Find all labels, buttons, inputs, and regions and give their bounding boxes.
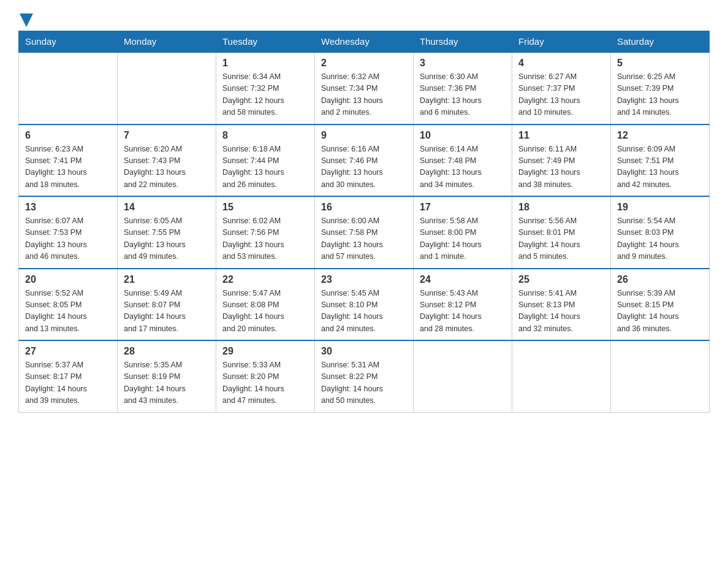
day-info: Sunrise: 5:54 AM Sunset: 8:03 PM Dayligh…: [617, 215, 703, 263]
day-number: 19: [617, 202, 703, 213]
calendar-cell: [19, 52, 118, 124]
calendar-week-row: 13Sunrise: 6:07 AM Sunset: 7:53 PM Dayli…: [19, 196, 710, 269]
calendar-cell: 24Sunrise: 5:43 AM Sunset: 8:12 PM Dayli…: [414, 269, 512, 341]
day-number: 29: [222, 346, 308, 357]
day-info: Sunrise: 5:58 AM Sunset: 8:00 PM Dayligh…: [420, 215, 506, 263]
day-info: Sunrise: 5:31 AM Sunset: 8:22 PM Dayligh…: [321, 359, 407, 407]
weekday-header-row: SundayMondayTuesdayWednesdayThursdayFrid…: [19, 31, 710, 53]
logo: [18, 12, 33, 25]
weekday-header-thursday: Thursday: [414, 31, 512, 53]
calendar-cell: [512, 340, 611, 412]
calendar-cell: 13Sunrise: 6:07 AM Sunset: 7:53 PM Dayli…: [19, 196, 118, 269]
calendar-week-row: 20Sunrise: 5:52 AM Sunset: 8:05 PM Dayli…: [19, 269, 710, 341]
day-number: 4: [518, 58, 604, 69]
day-info: Sunrise: 5:56 AM Sunset: 8:01 PM Dayligh…: [518, 215, 604, 263]
calendar-cell: 10Sunrise: 6:14 AM Sunset: 7:48 PM Dayli…: [414, 124, 512, 197]
calendar-cell: 21Sunrise: 5:49 AM Sunset: 8:07 PM Dayli…: [118, 269, 216, 341]
day-number: 20: [25, 274, 111, 285]
day-number: 2: [321, 58, 407, 69]
day-info: Sunrise: 6:32 AM Sunset: 7:34 PM Dayligh…: [321, 71, 407, 119]
day-info: Sunrise: 5:41 AM Sunset: 8:13 PM Dayligh…: [518, 288, 604, 335]
day-number: 27: [25, 346, 111, 357]
day-info: Sunrise: 6:23 AM Sunset: 7:41 PM Dayligh…: [25, 144, 111, 191]
day-info: Sunrise: 5:49 AM Sunset: 8:07 PM Dayligh…: [124, 288, 210, 335]
day-info: Sunrise: 6:34 AM Sunset: 7:32 PM Dayligh…: [222, 71, 308, 119]
day-info: Sunrise: 5:45 AM Sunset: 8:10 PM Dayligh…: [321, 288, 407, 335]
day-number: 28: [124, 346, 210, 357]
day-info: Sunrise: 6:05 AM Sunset: 7:55 PM Dayligh…: [124, 215, 210, 263]
day-number: 22: [222, 274, 308, 285]
day-info: Sunrise: 6:11 AM Sunset: 7:49 PM Dayligh…: [518, 144, 604, 191]
calendar-cell: [414, 340, 512, 412]
day-info: Sunrise: 6:07 AM Sunset: 7:53 PM Dayligh…: [25, 215, 111, 263]
calendar-cell: 15Sunrise: 6:02 AM Sunset: 7:56 PM Dayli…: [216, 196, 315, 269]
calendar-cell: 26Sunrise: 5:39 AM Sunset: 8:15 PM Dayli…: [611, 269, 710, 341]
calendar-cell: 16Sunrise: 6:00 AM Sunset: 7:58 PM Dayli…: [315, 196, 414, 269]
calendar-cell: 2Sunrise: 6:32 AM Sunset: 7:34 PM Daylig…: [315, 52, 414, 124]
day-info: Sunrise: 5:52 AM Sunset: 8:05 PM Dayligh…: [25, 288, 111, 335]
weekday-header-monday: Monday: [118, 31, 216, 53]
day-info: Sunrise: 5:37 AM Sunset: 8:17 PM Dayligh…: [25, 359, 111, 407]
calendar-cell: 5Sunrise: 6:25 AM Sunset: 7:39 PM Daylig…: [611, 52, 710, 124]
calendar-cell: 1Sunrise: 6:34 AM Sunset: 7:32 PM Daylig…: [216, 52, 315, 124]
calendar-cell: 30Sunrise: 5:31 AM Sunset: 8:22 PM Dayli…: [315, 340, 414, 412]
day-info: Sunrise: 6:30 AM Sunset: 7:36 PM Dayligh…: [420, 71, 506, 119]
day-number: 5: [617, 58, 703, 69]
day-number: 16: [321, 202, 407, 213]
day-info: Sunrise: 6:20 AM Sunset: 7:43 PM Dayligh…: [124, 144, 210, 191]
calendar-cell: 17Sunrise: 5:58 AM Sunset: 8:00 PM Dayli…: [414, 196, 512, 269]
calendar-table: SundayMondayTuesdayWednesdayThursdayFrid…: [18, 31, 710, 413]
day-number: 11: [518, 130, 604, 141]
day-number: 25: [518, 274, 604, 285]
day-info: Sunrise: 5:47 AM Sunset: 8:08 PM Dayligh…: [222, 288, 308, 335]
weekday-header-friday: Friday: [512, 31, 611, 53]
calendar-cell: 3Sunrise: 6:30 AM Sunset: 7:36 PM Daylig…: [414, 52, 512, 124]
day-info: Sunrise: 6:00 AM Sunset: 7:58 PM Dayligh…: [321, 215, 407, 263]
calendar-cell: 29Sunrise: 5:33 AM Sunset: 8:20 PM Dayli…: [216, 340, 315, 412]
day-number: 6: [25, 130, 111, 141]
day-number: 21: [124, 274, 210, 285]
day-number: 7: [124, 130, 210, 141]
calendar-cell: 12Sunrise: 6:09 AM Sunset: 7:51 PM Dayli…: [611, 124, 710, 197]
day-number: 23: [321, 274, 407, 285]
day-info: Sunrise: 6:18 AM Sunset: 7:44 PM Dayligh…: [222, 144, 308, 191]
weekday-header-tuesday: Tuesday: [216, 31, 315, 53]
calendar-cell: 8Sunrise: 6:18 AM Sunset: 7:44 PM Daylig…: [216, 124, 315, 197]
day-info: Sunrise: 5:35 AM Sunset: 8:19 PM Dayligh…: [124, 359, 210, 407]
weekday-header-saturday: Saturday: [611, 31, 710, 53]
day-info: Sunrise: 5:43 AM Sunset: 8:12 PM Dayligh…: [420, 288, 506, 335]
calendar-cell: 20Sunrise: 5:52 AM Sunset: 8:05 PM Dayli…: [19, 269, 118, 341]
calendar-week-row: 27Sunrise: 5:37 AM Sunset: 8:17 PM Dayli…: [19, 340, 710, 412]
svg-marker-0: [20, 13, 33, 27]
day-number: 14: [124, 202, 210, 213]
calendar-week-row: 6Sunrise: 6:23 AM Sunset: 7:41 PM Daylig…: [19, 124, 710, 197]
day-info: Sunrise: 5:33 AM Sunset: 8:20 PM Dayligh…: [222, 359, 308, 407]
day-info: Sunrise: 6:27 AM Sunset: 7:37 PM Dayligh…: [518, 71, 604, 119]
calendar-cell: 28Sunrise: 5:35 AM Sunset: 8:19 PM Dayli…: [118, 340, 216, 412]
calendar-week-row: 1Sunrise: 6:34 AM Sunset: 7:32 PM Daylig…: [19, 52, 710, 124]
calendar-cell: 19Sunrise: 5:54 AM Sunset: 8:03 PM Dayli…: [611, 196, 710, 269]
day-number: 30: [321, 346, 407, 357]
day-info: Sunrise: 6:16 AM Sunset: 7:46 PM Dayligh…: [321, 144, 407, 191]
weekday-header-wednesday: Wednesday: [315, 31, 414, 53]
day-info: Sunrise: 6:14 AM Sunset: 7:48 PM Dayligh…: [420, 144, 506, 191]
calendar-cell: 6Sunrise: 6:23 AM Sunset: 7:41 PM Daylig…: [19, 124, 118, 197]
day-number: 24: [420, 274, 506, 285]
calendar-cell: [118, 52, 216, 124]
day-number: 17: [420, 202, 506, 213]
day-number: 9: [321, 130, 407, 141]
calendar-cell: 23Sunrise: 5:45 AM Sunset: 8:10 PM Dayli…: [315, 269, 414, 341]
calendar-cell: 4Sunrise: 6:27 AM Sunset: 7:37 PM Daylig…: [512, 52, 611, 124]
day-number: 8: [222, 130, 308, 141]
day-number: 1: [222, 58, 308, 69]
calendar-cell: 22Sunrise: 5:47 AM Sunset: 8:08 PM Dayli…: [216, 269, 315, 341]
day-number: 13: [25, 202, 111, 213]
day-number: 18: [518, 202, 604, 213]
day-number: 12: [617, 130, 703, 141]
day-number: 26: [617, 274, 703, 285]
day-number: 10: [420, 130, 506, 141]
page-header: [18, 12, 710, 25]
day-info: Sunrise: 5:39 AM Sunset: 8:15 PM Dayligh…: [617, 288, 703, 335]
calendar-cell: 7Sunrise: 6:20 AM Sunset: 7:43 PM Daylig…: [118, 124, 216, 197]
calendar-cell: 25Sunrise: 5:41 AM Sunset: 8:13 PM Dayli…: [512, 269, 611, 341]
